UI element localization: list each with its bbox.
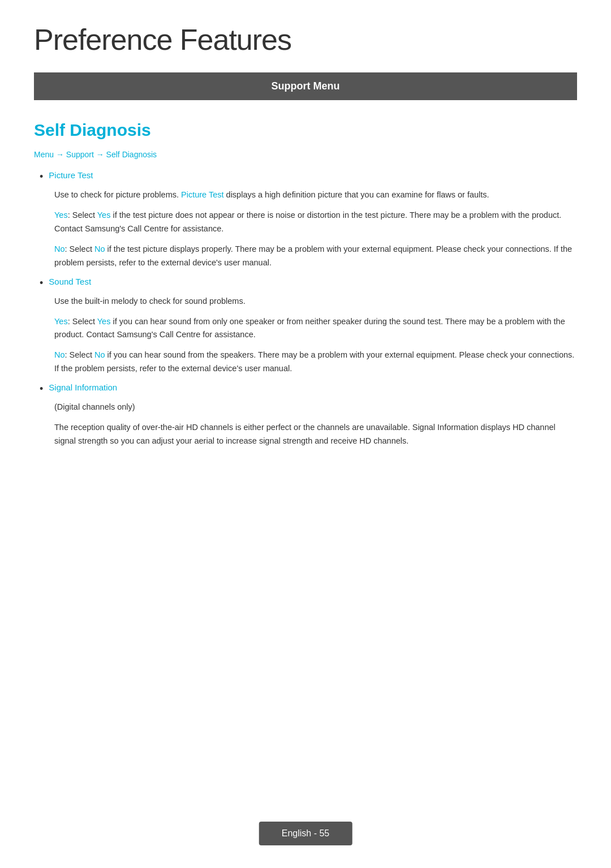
no-inline-2: No: [94, 350, 105, 359]
sound-test-bullet: • Sound Test: [40, 277, 577, 289]
page-container: Preference Features Support Menu Self Di…: [0, 0, 611, 500]
bullet-dot-3: •: [40, 383, 43, 395]
picture-test-no-para: No: Select No if the test picture displa…: [54, 243, 577, 270]
support-menu-bar: Support Menu: [34, 72, 577, 100]
signal-info-digital-note: (Digital channels only): [54, 401, 577, 414]
no-label-1: No: [54, 244, 65, 253]
section-title: Self Diagnosis: [34, 121, 577, 140]
picture-test-highlight: Picture Test: [181, 190, 224, 199]
page-title: Preference Features: [34, 23, 577, 57]
footer-label: English - 55: [282, 828, 330, 838]
breadcrumb: Menu → Support → Self Diagnosis: [34, 150, 577, 159]
yes-inline-2: Yes: [97, 317, 111, 326]
yes-label-2: Yes: [54, 317, 68, 326]
footer-bar: English - 55: [259, 822, 352, 845]
signal-info-bullet: • Signal Information: [40, 383, 577, 395]
signal-info-section: • Signal Information (Digital channels o…: [34, 383, 577, 448]
sound-test-yes-para: Yes: Select Yes if you can hear sound fr…: [54, 315, 577, 342]
picture-test-label: Picture Test: [49, 170, 93, 180]
signal-info-label: Signal Information: [49, 383, 117, 392]
no-label-2: No: [54, 350, 65, 359]
signal-info-para: The reception quality of over-the-air HD…: [54, 421, 577, 448]
signal-info-content: (Digital channels only) The reception qu…: [54, 401, 577, 448]
sound-test-content: Use the built-in melody to check for sou…: [54, 295, 577, 376]
bullet-dot: •: [40, 171, 43, 183]
picture-test-section: • Picture Test Use to check for picture …: [34, 170, 577, 270]
sound-test-no-para: No: Select No if you can hear sound from…: [54, 349, 577, 376]
picture-test-yes-para: Yes: Select Yes if the test picture does…: [54, 209, 577, 236]
yes-inline-1: Yes: [97, 210, 111, 220]
sound-test-section: • Sound Test Use the built-in melody to …: [34, 277, 577, 376]
bullet-dot-2: •: [40, 277, 43, 289]
sound-test-label: Sound Test: [49, 277, 91, 286]
picture-test-bullet: • Picture Test: [40, 170, 577, 183]
picture-test-content: Use to check for picture problems. Pictu…: [54, 188, 577, 270]
yes-label-1: Yes: [54, 210, 68, 220]
picture-test-para-1: Use to check for picture problems. Pictu…: [54, 188, 577, 202]
no-inline-1: No: [94, 244, 105, 253]
sound-test-para-1: Use the built-in melody to check for sou…: [54, 295, 577, 308]
